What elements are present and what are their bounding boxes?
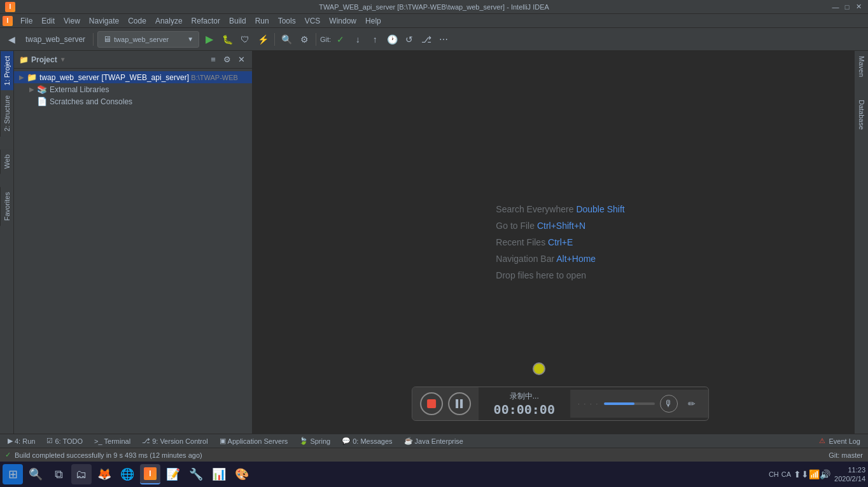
collapse-all-button[interactable]: ≡ xyxy=(207,54,219,65)
pause-icon xyxy=(456,399,463,408)
menu-edit[interactable]: Edit xyxy=(38,15,59,27)
menu-build[interactable]: Build xyxy=(225,15,250,27)
back-button[interactable]: ◀ xyxy=(4,32,19,47)
menu-code[interactable]: Code xyxy=(124,15,150,27)
status-left: ✓ Build completed successfully in 9 s 49… xyxy=(5,451,202,459)
tree-arrow-ext[interactable]: ▶ xyxy=(29,86,34,93)
menu-tools[interactable]: Tools xyxy=(274,15,300,27)
menu-analyze[interactable]: Analyze xyxy=(151,15,186,27)
taskbar-app-3[interactable]: 🌐 xyxy=(117,464,137,484)
bottom-tab-right: ⚠ Event Log xyxy=(814,435,865,448)
build-status-message: Build completed successfully in 9 s 493 … xyxy=(15,451,202,459)
tree-scratches[interactable]: ▶ 📄 Scratches and Consoles xyxy=(14,95,252,107)
git-branch-status: Git: master xyxy=(829,451,863,459)
project-panel-actions: ≡ ⚙ ✕ xyxy=(207,54,247,65)
go-to-file-item: Go to File Ctrl+Shift+N xyxy=(496,221,624,231)
navigation-bar-item: Navigation Bar Alt+Home xyxy=(496,254,624,264)
taskbar-app-5[interactable]: 🔧 xyxy=(186,464,206,484)
clock[interactable]: 11:23 2020/2/14 xyxy=(834,465,865,484)
menu-vcs[interactable]: VCS xyxy=(301,15,325,27)
debug-button[interactable]: 🐛 xyxy=(220,32,235,47)
tab-terminal[interactable]: >_ Terminal xyxy=(89,435,136,448)
tree-expand-arrow[interactable]: ▶ xyxy=(19,74,24,81)
menu-window[interactable]: Window xyxy=(325,15,360,27)
sidebar-tab-web[interactable]: Web xyxy=(0,149,13,174)
taskbar-app-7[interactable]: 🎨 xyxy=(232,464,252,484)
git-update-button[interactable]: ↓ xyxy=(350,32,365,47)
project-panel-header: 📁 Project ▼ ≡ ⚙ ✕ xyxy=(14,51,252,69)
left-sidebar-tabs: 1: Project 2: Structure Web Favorites xyxy=(0,51,14,434)
status-bar: ✓ Build completed successfully in 9 s 49… xyxy=(0,448,868,462)
settings-button[interactable]: ⚙ xyxy=(297,32,312,47)
rec-stop-button[interactable] xyxy=(420,392,443,415)
search-button[interactable]: 🔍 xyxy=(279,32,294,47)
git-history-button[interactable]: 🕐 xyxy=(384,32,400,47)
taskbar-task-view[interactable]: ⧉ xyxy=(48,464,69,484)
tree-root-item[interactable]: ▶ 📁 twap_web_server [TWAP_WEB_api_server… xyxy=(14,71,252,83)
clock-time: 11:23 xyxy=(834,465,865,474)
taskbar-app-1[interactable]: 🗂 xyxy=(71,464,92,484)
sidebar-tab-favorites[interactable]: Favorites xyxy=(0,187,13,226)
close-button[interactable]: ✕ xyxy=(854,3,863,11)
run-with-coverage-button[interactable]: 🛡 xyxy=(237,32,253,47)
run-config-dropdown[interactable]: 🖥 twap_web_server ▼ xyxy=(97,31,199,48)
search-everywhere-item: Search Everywhere Double Shift xyxy=(496,204,624,214)
git-branches-button[interactable]: ⎇ xyxy=(419,32,434,47)
main-content-area: 1: Project 2: Structure Web Favorites 📁 … xyxy=(0,51,868,434)
taskbar-app-4[interactable]: 📝 xyxy=(163,464,183,484)
maven-tab[interactable]: Maven xyxy=(856,51,867,82)
tree-external-libraries[interactable]: ▶ 📚 External Libraries xyxy=(14,83,252,95)
start-button[interactable]: ⊞ xyxy=(3,464,23,484)
taskbar-search[interactable]: 🔍 xyxy=(25,464,46,484)
minimize-button[interactable]: — xyxy=(831,3,840,11)
git-checkmark-button[interactable]: ✓ xyxy=(333,32,348,47)
rec-pen-button[interactable]: ✏ xyxy=(683,395,701,413)
sidebar-tab-project[interactable]: 1: Project xyxy=(0,51,13,90)
git-revert-button[interactable]: ↺ xyxy=(402,32,417,47)
drop-files-item: Drop files here to open xyxy=(496,270,624,280)
profile-button[interactable]: ⚡ xyxy=(255,32,270,47)
taskbar: ⊞ 🔍 ⧉ 🗂 🦊 🌐 I 📝 🔧 📊 🎨 CH CA ⬆⬇📶🔊 11:23 2… xyxy=(0,462,868,487)
tab-run[interactable]: ▶ 4: Run xyxy=(3,435,40,448)
menu-refactor[interactable]: Refactor xyxy=(188,15,224,27)
tab-todo[interactable]: ☑ 6: TODO xyxy=(41,435,88,448)
tab-spring[interactable]: 🍃 Spring xyxy=(294,435,335,448)
rec-pause-button[interactable] xyxy=(448,392,471,415)
tab-version-control[interactable]: ⎇ 9: Version Control xyxy=(137,435,213,448)
sidebar-tab-structure[interactable]: 2: Structure xyxy=(0,90,13,137)
toolbar-sep-3 xyxy=(316,33,316,46)
rec-mic-button[interactable]: 🎙 xyxy=(660,395,678,413)
taskbar-app-2[interactable]: 🦊 xyxy=(94,464,115,484)
menu-help[interactable]: Help xyxy=(361,15,385,27)
welcome-content: Search Everywhere Double Shift Go to Fil… xyxy=(496,198,624,287)
toolbar: ◀ twap_web_server 🖥 twap_web_server ▼ ▶ … xyxy=(0,28,868,51)
rec-controls xyxy=(412,387,479,420)
menu-run[interactable]: Run xyxy=(251,15,273,27)
git-more-button[interactable]: ⋯ xyxy=(436,32,451,47)
menu-file[interactable]: File xyxy=(17,15,36,27)
project-name-label: twap_web_server xyxy=(22,32,89,47)
project-tree: ▶ 📁 twap_web_server [TWAP_WEB_api_server… xyxy=(14,69,252,434)
rec-info: 录制中... 00:00:00 xyxy=(484,388,565,420)
recent-files-shortcut: Ctrl+E xyxy=(548,237,573,247)
tab-java-enterprise[interactable]: ☕ Java Enterprise xyxy=(399,435,468,448)
dropdown-arrow-icon[interactable]: ▼ xyxy=(60,56,66,63)
tab-event-log[interactable]: ⚠ Event Log xyxy=(814,435,865,448)
menu-navigate[interactable]: Navigate xyxy=(85,15,123,27)
close-panel-button[interactable]: ✕ xyxy=(235,54,247,65)
menu-view[interactable]: View xyxy=(60,15,84,27)
git-push-button[interactable]: ↑ xyxy=(367,32,382,47)
rec-slider[interactable] xyxy=(604,402,655,405)
database-tab[interactable]: Database xyxy=(856,95,867,135)
rec-status: 录制中... xyxy=(510,391,539,402)
editor-area: Search Everywhere Double Shift Go to Fil… xyxy=(253,51,868,434)
app-servers-tab-icon: ▣ xyxy=(220,437,226,445)
tab-application-servers[interactable]: ▣ Application Servers xyxy=(214,435,293,448)
run-button[interactable]: ▶ xyxy=(202,32,217,47)
maximize-button[interactable]: □ xyxy=(843,3,851,11)
taskbar-app-6[interactable]: 📊 xyxy=(209,464,229,484)
system-tray: CH CA ⬆⬇📶🔊 xyxy=(769,469,830,479)
tab-messages[interactable]: 💬 0: Messages xyxy=(337,435,397,448)
taskbar-app-intellij[interactable]: I xyxy=(140,464,160,484)
settings-gear-button[interactable]: ⚙ xyxy=(221,54,233,65)
